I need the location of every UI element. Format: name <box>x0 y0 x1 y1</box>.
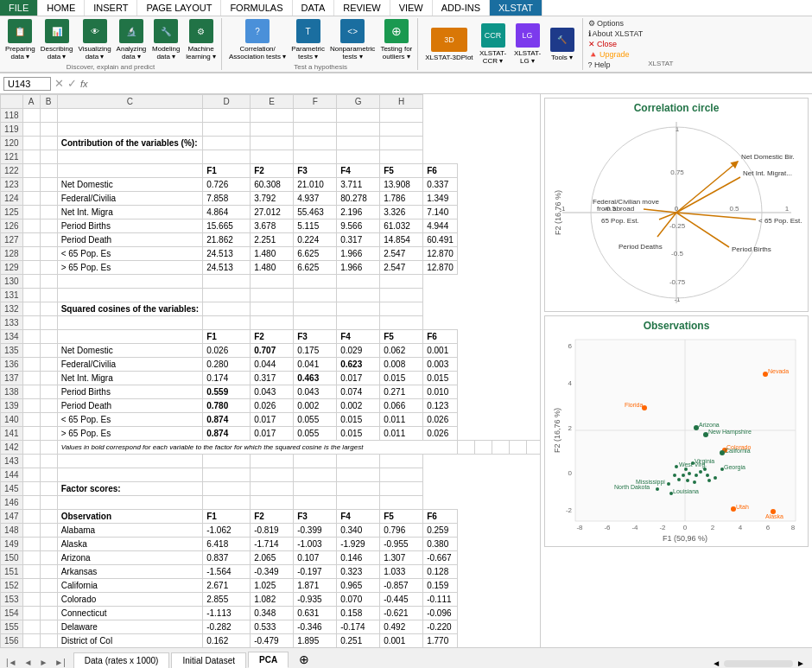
cell[interactable]: -0.346 <box>294 620 337 634</box>
cell[interactable]: 0.837 <box>203 551 251 565</box>
cell[interactable]: 1.770 <box>423 634 458 648</box>
cell[interactable]: F1 <box>203 164 251 178</box>
cell[interactable]: 0.707 <box>251 344 294 358</box>
cell[interactable]: 0.003 <box>423 358 458 372</box>
cell[interactable] <box>526 441 540 455</box>
row-number[interactable]: 132 <box>1 302 23 316</box>
cell[interactable] <box>40 634 57 648</box>
cell[interactable]: Observation <box>57 510 203 524</box>
cell[interactable]: -1.564 <box>203 565 251 579</box>
cell[interactable]: 24.513 <box>203 247 251 261</box>
cell[interactable] <box>40 496 57 510</box>
row-number[interactable]: 125 <box>1 206 23 219</box>
row-number[interactable]: 120 <box>1 137 23 150</box>
cell[interactable] <box>57 150 203 164</box>
cell[interactable] <box>40 150 57 164</box>
col-header-B[interactable]: B <box>40 95 57 109</box>
cell[interactable] <box>380 482 423 496</box>
cell[interactable]: -0.197 <box>294 565 337 579</box>
cell[interactable] <box>40 372 57 385</box>
cell[interactable]: 0.043 <box>251 385 294 399</box>
cell[interactable]: -0.935 <box>294 593 337 607</box>
cell[interactable]: 0.874 <box>203 427 251 441</box>
cell[interactable] <box>22 164 40 178</box>
cell[interactable]: 2.547 <box>380 261 423 275</box>
cell[interactable]: F3 <box>294 510 337 524</box>
cell-reference-input[interactable] <box>3 77 51 91</box>
cell[interactable]: 0.015 <box>423 372 458 385</box>
cell[interactable]: 0.041 <box>294 358 337 372</box>
tab-file[interactable]: FILE <box>0 0 38 16</box>
cell[interactable]: 0.055 <box>294 413 337 427</box>
cell[interactable] <box>22 358 40 372</box>
cell[interactable]: -0.111 <box>423 593 458 607</box>
xlstat-3dplot-btn[interactable]: 3D XLSTAT-3DPlot <box>423 26 474 63</box>
row-number[interactable]: 134 <box>1 330 23 344</box>
cell[interactable]: 0.623 <box>337 358 380 372</box>
cell[interactable] <box>22 524 40 538</box>
options-btn[interactable]: ⚙ Options <box>588 19 644 28</box>
cell[interactable]: 0.043 <box>294 385 337 399</box>
cell[interactable] <box>22 593 40 607</box>
cell[interactable] <box>380 275 423 289</box>
cell[interactable] <box>509 441 526 455</box>
about-xlstat-btn[interactable]: ℹ About XLSTAT <box>588 29 644 38</box>
cell[interactable]: 0.015 <box>380 372 423 385</box>
cell[interactable]: 0.337 <box>423 178 458 192</box>
cell[interactable] <box>40 123 57 137</box>
cell[interactable]: F6 <box>423 330 458 344</box>
horizontal-scroll-right[interactable]: ► <box>796 658 805 668</box>
cell[interactable] <box>40 524 57 538</box>
cell[interactable]: 4.864 <box>203 206 251 219</box>
cell[interactable]: 7.858 <box>203 192 251 206</box>
cell[interactable] <box>40 441 57 455</box>
row-number[interactable]: 152 <box>1 579 23 593</box>
cell[interactable] <box>40 620 57 634</box>
cell[interactable] <box>337 468 380 482</box>
cell[interactable]: Delaware <box>57 620 203 634</box>
cell[interactable]: 80.278 <box>337 192 380 206</box>
cell[interactable]: 0.317 <box>337 233 380 247</box>
cell[interactable] <box>380 455 423 468</box>
cell[interactable]: F1 <box>203 510 251 524</box>
cell[interactable] <box>337 150 380 164</box>
cell[interactable] <box>22 289 40 302</box>
cell[interactable]: 0.070 <box>337 593 380 607</box>
row-number[interactable]: 119 <box>1 123 23 137</box>
row-number[interactable]: 155 <box>1 620 23 634</box>
cell[interactable] <box>380 137 423 150</box>
cell[interactable] <box>294 150 337 164</box>
cell[interactable] <box>40 164 57 178</box>
cell[interactable] <box>294 316 337 330</box>
cell[interactable]: 12.870 <box>423 247 458 261</box>
cell[interactable] <box>40 358 57 372</box>
cell[interactable] <box>203 496 251 510</box>
cell[interactable]: 9.566 <box>337 219 380 233</box>
cell[interactable] <box>203 289 251 302</box>
cell[interactable] <box>57 275 203 289</box>
tab-review[interactable]: REVIEW <box>334 0 390 16</box>
cell[interactable]: 0.162 <box>203 634 251 648</box>
cell[interactable] <box>22 538 40 551</box>
cell[interactable]: California <box>57 579 203 593</box>
cell[interactable]: 5.115 <box>294 219 337 233</box>
cell[interactable]: 0.380 <box>423 538 458 551</box>
cell[interactable]: 55.463 <box>294 206 337 219</box>
xlstat-ccr-btn[interactable]: CCR XLSTAT-CCR ▾ <box>477 22 510 67</box>
cell[interactable]: 7.140 <box>423 206 458 219</box>
cell[interactable]: F4 <box>337 510 380 524</box>
cell[interactable]: 3.711 <box>337 178 380 192</box>
cell[interactable]: Period Death <box>57 399 203 413</box>
add-sheet-btn[interactable]: ⊕ <box>292 651 316 668</box>
cell[interactable]: Federal/Civilia <box>57 358 203 372</box>
cell[interactable] <box>40 247 57 261</box>
cell[interactable]: Net Int. Migra <box>57 372 203 385</box>
cell[interactable]: 60.491 <box>423 233 458 247</box>
cell[interactable] <box>40 330 57 344</box>
cell[interactable]: 0.015 <box>337 427 380 441</box>
cell[interactable]: 0.017 <box>251 427 294 441</box>
tab-data[interactable]: DATA <box>293 0 335 16</box>
tab-nav-prev[interactable]: ◄ <box>22 657 35 668</box>
row-number[interactable]: 136 <box>1 358 23 372</box>
cell[interactable]: 2.065 <box>251 551 294 565</box>
